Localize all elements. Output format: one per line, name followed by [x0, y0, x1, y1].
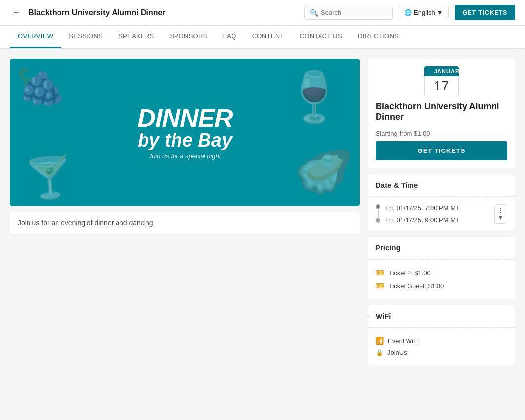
banner-title-line1: DINNER [137, 105, 232, 131]
wifi-password-row: 🔒 JoinUs [376, 347, 507, 358]
topbar-left: ← Blackthorn University Alumni Dinner [10, 5, 304, 20]
pricing-item-1: 🎫 Ticket 2: $1.00 [376, 267, 507, 279]
datetime-icons [376, 204, 380, 223]
date-badge: JANUARY 17 [376, 66, 507, 96]
event-banner: 🍇 🍷 🦪 🍸 DINNER by the Bay Join us for a … [10, 59, 360, 206]
language-label: English [414, 9, 435, 16]
wifi-card: ► WiFi 📶 Event WiFi 🔒 JoinUs [368, 305, 515, 365]
tab-sessions[interactable]: SESSIONS [61, 26, 111, 48]
expand-icon: ⋮ [497, 207, 504, 214]
back-button[interactable]: ← [10, 5, 23, 20]
datetime-card: Date & Time Fri, 01/17/25, 7:00 PM MT Fr… [368, 174, 515, 231]
get-tickets-main-button[interactable]: GET TICKETS [376, 141, 507, 160]
right-column: JANUARY 17 Blackthorn University Alumni … [368, 59, 515, 365]
ticket-icon-1: 🎫 [376, 269, 385, 277]
main-content: 🍇 🍷 🦪 🍸 DINNER by the Bay Join us for a … [0, 49, 525, 375]
arrow-head-icon: ► [368, 312, 370, 321]
arrow-annotation: ► [368, 312, 370, 321]
event-sidebar-title: Blackthorn University Alumni Dinner [376, 101, 507, 122]
topbar: ← Blackthorn University Alumni Dinner 🔍 … [0, 0, 525, 26]
start-dot [376, 204, 380, 209]
datetime-texts: Fri, 01/17/25, 7:00 PM MT Fri, 01/17/25,… [385, 204, 489, 224]
tab-content[interactable]: CONTENT [244, 26, 292, 48]
datetime-content: Fri, 01/17/25, 7:00 PM MT Fri, 01/17/25,… [376, 204, 507, 224]
tab-faq[interactable]: FAQ [215, 26, 244, 48]
tab-speakers[interactable]: SPEAKERS [111, 26, 162, 48]
ticket-icon-2: 🎫 [376, 281, 385, 290]
date-day: 17 [424, 76, 459, 96]
ticket-1-label: Ticket 2: $1.00 [389, 270, 431, 277]
tab-overview[interactable]: OVERVIEW [10, 26, 61, 48]
pricing-heading: Pricing [368, 237, 515, 259]
ticket-2-label: Ticket Guest: $1.00 [389, 282, 444, 290]
search-box: 🔍 [304, 6, 393, 20]
event-description-card: Join us for an evening of dinner and dan… [10, 212, 360, 234]
wifi-body: 📶 Event WiFi 🔒 JoinUs [368, 328, 515, 365]
event-header-content: JANUARY 17 Blackthorn University Alumni … [368, 59, 515, 168]
decoration-oyster: 🦪 [291, 140, 354, 201]
tab-contact[interactable]: CONTACT US [292, 26, 350, 48]
tab-sponsors[interactable]: SPONSORS [162, 26, 215, 48]
datetime-body: Fri, 01/17/25, 7:00 PM MT Fri, 01/17/25,… [368, 197, 515, 231]
decoration-cocktail: 🍸 [23, 153, 76, 203]
event-header-card: JANUARY 17 Blackthorn University Alumni … [368, 59, 515, 168]
search-icon: 🔍 [310, 9, 318, 17]
get-tickets-header-button[interactable]: GET TICKETS [455, 5, 515, 20]
lock-icon: 🔒 [376, 349, 383, 356]
pricing-card: Pricing 🎫 Ticket 2: $1.00 🎫 Ticket Guest… [368, 237, 515, 299]
end-dot [376, 218, 380, 223]
left-column: 🍇 🍷 🦪 🍸 DINNER by the Bay Join us for a … [10, 59, 360, 365]
wifi-icon: 📶 [376, 337, 384, 345]
banner-background: 🍇 🍷 🦪 🍸 DINNER by the Bay Join us for a … [10, 59, 360, 206]
wifi-network-row: 📶 Event WiFi [376, 335, 507, 347]
event-description-text: Join us for an evening of dinner and dan… [18, 219, 155, 227]
pricing-item-2: 🎫 Ticket Guest: $1.00 [376, 279, 507, 292]
banner-title-line2: by the Bay [137, 131, 232, 150]
chevron-down-icon: ▼ [437, 9, 443, 16]
wifi-heading: WiFi [368, 305, 515, 328]
start-datetime: Fri, 01/17/25, 7:00 PM MT [385, 204, 489, 211]
datetime-heading: Date & Time [368, 174, 515, 197]
globe-icon: 🌐 [404, 9, 412, 16]
wifi-password: JoinUs [387, 349, 407, 356]
end-datetime: Fri, 01/17/25, 9:00 PM MT [385, 216, 489, 224]
chevron-down-icon-small: ▼ [497, 214, 504, 221]
dt-connector-line [378, 210, 379, 217]
page-title: Blackthorn University Alumni Dinner [29, 8, 166, 17]
topbar-right: 🔍 🌐 English ▼ GET TICKETS [304, 5, 515, 20]
date-month: JANUARY [424, 66, 459, 76]
search-input[interactable] [321, 9, 387, 16]
price-text: Starting from $1.00 [376, 130, 507, 137]
tab-directions[interactable]: DIRECTIONS [350, 26, 407, 48]
decoration-wine-glass: 🍷 [284, 68, 345, 126]
decoration-grapes: 🍇 [10, 59, 69, 115]
language-selector[interactable]: 🌐 English ▼ [399, 6, 449, 19]
datetime-expand-button[interactable]: ⋮ ▼ [494, 204, 507, 224]
nav-tabs: OVERVIEW SESSIONS SPEAKERS SPONSORS FAQ … [0, 26, 525, 49]
wifi-header-wrap: ► WiFi [368, 305, 515, 328]
pricing-body: 🎫 Ticket 2: $1.00 🎫 Ticket Guest: $1.00 [368, 260, 515, 299]
wifi-network-name: Event WiFi [388, 337, 419, 345]
banner-tagline: Join us for a special night [137, 152, 232, 160]
banner-text: DINNER by the Bay Join us for a special … [137, 105, 232, 160]
